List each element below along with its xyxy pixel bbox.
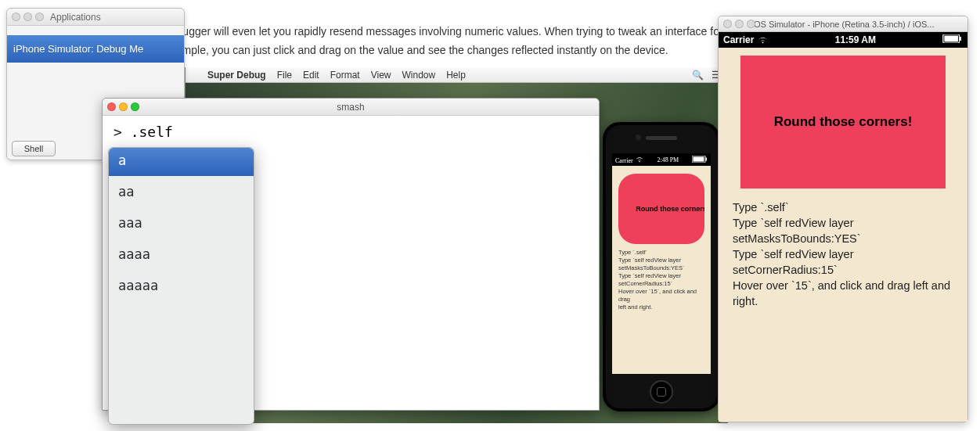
instr-line: Type `self redView layer setMasksToBound…	[733, 215, 953, 246]
iphone-time: 2:48 PM	[657, 156, 679, 163]
instr-line: Type `.self`	[733, 199, 953, 215]
wifi-icon	[635, 156, 644, 163]
svg-rect-2	[705, 157, 707, 160]
mac-menubar[interactable]: Super Debug File Edit Format View Window…	[186, 67, 728, 83]
red-view-label: Round those corners!	[774, 114, 913, 130]
close-icon[interactable]	[723, 20, 732, 28]
applications-selected-item[interactable]: iPhone Simulator: Debug Me	[7, 35, 184, 63]
shell-button[interactable]: Shell	[12, 141, 56, 156]
autocomplete-item[interactable]: aa	[109, 176, 254, 207]
menubar-item[interactable]: Format	[330, 70, 360, 81]
red-view-rounded: Round those corners!	[618, 174, 704, 244]
red-view-label: Round those corners!	[636, 205, 704, 213]
instr-line: Type `self redView layer	[618, 272, 704, 280]
prompt-sigil: >	[113, 124, 122, 140]
battery-icon	[692, 156, 708, 163]
window-title: iOS Simulator - iPhone (Retina 3.5-inch)…	[752, 20, 935, 29]
wifi-icon	[757, 35, 769, 44]
minimize-icon[interactable]	[735, 20, 744, 28]
iphone-screen: Carrier 2:48 PM Round those corners! Typ…	[612, 153, 711, 374]
instr-line: Type `.self`	[618, 249, 704, 257]
menubar-item[interactable]: Window	[402, 70, 436, 81]
red-view: Round those corners!	[740, 56, 946, 189]
svg-rect-1	[693, 156, 704, 161]
home-button-icon[interactable]	[650, 380, 673, 404]
window-titlebar[interactable]: iOS Simulator - iPhone (Retina 3.5-inch)…	[719, 16, 967, 32]
spotlight-icon[interactable]: 🔍	[692, 70, 704, 81]
carrier-label: Carrier	[615, 157, 633, 164]
zoom-icon[interactable]	[747, 20, 755, 28]
iphone-device-mock: Carrier 2:48 PM Round those corners! Typ…	[603, 122, 720, 411]
close-icon[interactable]	[12, 13, 20, 21]
menubar-item[interactable]: File	[277, 70, 292, 81]
traffic-lights[interactable]	[723, 20, 755, 28]
autocomplete-item-selected[interactable]: a	[109, 148, 254, 176]
iphone-status-bar: Carrier 2:48 PM	[612, 153, 711, 166]
menubar-item[interactable]: Help	[446, 70, 466, 81]
carrier-label: Carrier	[723, 34, 754, 45]
autocomplete-item[interactable]: aaaaa	[109, 270, 254, 301]
instr-line: Hover over `15`, and click and drag left…	[733, 278, 953, 309]
instr-line: setCornerRadius:15`	[618, 280, 704, 288]
svg-rect-5	[960, 37, 961, 41]
window-titlebar[interactable]: Applications	[7, 9, 184, 26]
ios-status-bar: Carrier 11:59 AM	[719, 32, 967, 48]
autocomplete-item[interactable]: aaa	[109, 207, 254, 239]
svg-rect-4	[944, 36, 958, 42]
ios-simulator-window[interactable]: iOS Simulator - iPhone (Retina 3.5-inch)…	[718, 16, 968, 422]
instr-line: left and right.	[618, 303, 704, 311]
iphone-camera-icon	[636, 135, 641, 140]
zoom-icon[interactable]	[35, 13, 44, 21]
ios-time: 11:59 AM	[835, 34, 876, 45]
instr-line: Hover over `15`, and click and drag	[618, 288, 704, 303]
window-title: smash	[103, 102, 599, 113]
instructions: Type `.self` Type `self redView layer se…	[719, 199, 967, 309]
terminal-prompt[interactable]: > .self	[103, 116, 599, 148]
menubar-right: 🔍 ☰	[692, 70, 720, 81]
simulator-screen: Carrier 11:59 AM Round those corners! Ty…	[719, 32, 967, 422]
prompt-input-text[interactable]: .self	[131, 124, 173, 140]
autocomplete-popup[interactable]: a aa aaa aaaa aaaaa	[108, 147, 254, 425]
menubar-app-name[interactable]: Super Debug	[207, 70, 266, 81]
battery-icon	[942, 34, 963, 43]
instr-line: Type `self redView layer	[618, 257, 704, 264]
traffic-lights[interactable]	[12, 13, 44, 21]
autocomplete-item[interactable]: aaaa	[109, 239, 254, 270]
minimize-icon[interactable]	[23, 13, 32, 21]
instr-line: setMasksToBounds:YES`	[618, 264, 704, 272]
instr-line: Type `self redView layer setCornerRadius…	[733, 246, 953, 278]
window-titlebar[interactable]: smash	[103, 99, 599, 116]
menubar-item[interactable]: View	[371, 70, 391, 81]
instructions-small: Type `.self` Type `self redView layer se…	[612, 249, 711, 311]
iphone-speaker-icon	[646, 136, 677, 140]
menubar-item[interactable]: Edit	[303, 70, 319, 81]
window-title: Applications	[50, 12, 101, 23]
